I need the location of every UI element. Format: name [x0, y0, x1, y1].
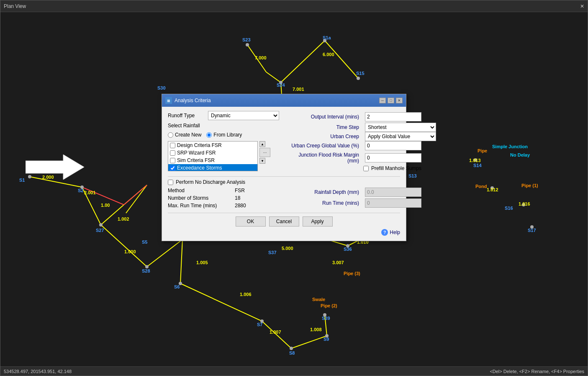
svg-line-13: [266, 72, 281, 82]
help-link[interactable]: ? Help: [381, 229, 400, 236]
rainfall-list-item-4[interactable]: Exceedance Storms: [168, 164, 257, 171]
rainfall-list-item-2[interactable]: SRP Wizard FSR: [168, 149, 257, 157]
node-s36: S36: [344, 247, 352, 252]
num-storms-value: 18: [235, 195, 240, 201]
node-s5: S5: [142, 240, 147, 245]
title-close[interactable]: ✕: [580, 3, 584, 9]
label-pipe: Pipe: [478, 148, 487, 153]
node-s15: S15: [356, 71, 365, 76]
rainfall-list: Design Criteria FSR SRP Wizard FSR Sim C…: [168, 141, 258, 171]
node-s14: S14: [473, 163, 482, 168]
junction-flood-input[interactable]: [365, 153, 421, 162]
no-discharge-check[interactable]: [168, 180, 173, 185]
pointer-arrow: [26, 155, 84, 180]
rainfall-list-item-3[interactable]: Sim Criteria FSR: [168, 157, 257, 164]
from-library-radio-label[interactable]: From Library: [206, 132, 242, 138]
pipe-1016: 1.016: [519, 201, 530, 206]
dialog-close-btn[interactable]: ✕: [396, 98, 403, 103]
rainfall-check-1[interactable]: [170, 143, 175, 148]
pipe-1012: 1.012: [487, 187, 498, 192]
node-s39: S39: [322, 316, 330, 321]
svg-point-32: [246, 43, 249, 46]
rainfall-check-4[interactable]: [170, 165, 175, 171]
urban-creep-label: Urban Creep: [289, 134, 362, 139]
ok-button[interactable]: OK: [236, 216, 266, 227]
apply-button[interactable]: Apply: [303, 216, 333, 227]
pipe-1006: 1.006: [240, 292, 252, 297]
rainfall-check-3[interactable]: [170, 158, 175, 163]
node-s6: S6: [174, 284, 180, 289]
node-s28: S28: [142, 268, 150, 273]
svg-point-24: [99, 223, 103, 227]
pipe-5000: 5.000: [282, 246, 293, 251]
output-interval-label: Output Interval (mins): [289, 114, 362, 120]
time-step-select[interactable]: Shortest Fixed Variable: [365, 123, 436, 132]
pipe-1000: 1.000: [124, 249, 136, 254]
node-s2: S2: [78, 188, 83, 193]
coordinates-display: 534528.497, 201543.951, 42.148: [4, 369, 72, 374]
node-s17: S17: [528, 228, 536, 233]
window-title: Plan View: [4, 3, 26, 9]
shortcuts-display: <Del> Delete, <F2> Rename, <F4> Properti…: [490, 369, 584, 374]
label-swale: Swale: [312, 297, 325, 302]
pipe-1005: 1.005: [196, 260, 208, 265]
cancel-button[interactable]: Cancel: [269, 216, 299, 227]
rainfall-depth-input: [365, 188, 421, 197]
pipe-1002: 1.002: [118, 216, 129, 221]
rainfall-list-item-1[interactable]: Design Criteria FSR: [168, 142, 257, 149]
pipe-6000: 6.000: [323, 52, 334, 57]
pipe-7000: 7.000: [255, 55, 267, 60]
pipe-7001: 7.001: [293, 87, 304, 92]
svg-line-4: [126, 185, 147, 213]
node-s9: S9: [324, 337, 329, 342]
runoff-type-select[interactable]: Dynamic Rational SWMM: [208, 111, 279, 120]
pipe-3007: 3.007: [332, 260, 344, 265]
label-simple-junction: Simple Junction: [492, 144, 528, 149]
dialog-minimize-btn[interactable]: ─: [379, 98, 386, 103]
pipe-2001: 2.001: [84, 190, 96, 195]
label-pipe2: Pipe (2): [321, 303, 337, 308]
create-new-radio[interactable]: [168, 132, 173, 138]
urban-creep-global-input[interactable]: [365, 141, 421, 150]
app-window: Plan View ✕: [0, 0, 588, 376]
svg-point-35: [357, 77, 360, 80]
analysis-criteria-dialog[interactable]: ▦ Analysis Criteria ─ □ ✕ Runoff T: [162, 94, 406, 241]
node-s23: S23: [242, 37, 251, 42]
urban-creep-select[interactable]: Apply Global Value None Custom: [365, 132, 436, 141]
svg-line-15: [325, 41, 358, 78]
from-library-radio[interactable]: [206, 132, 212, 138]
node-s24: S24: [277, 82, 285, 88]
dialog-content: Runoff Type Dynamic Rational SWMM Output…: [162, 107, 406, 241]
node-s8: S8: [289, 350, 295, 355]
label-no-delay: No Delay: [510, 152, 530, 157]
dialog-titlebar: ▦ Analysis Criteria ─ □ ✕: [162, 94, 406, 107]
runoff-type-label: Runoff Type: [168, 113, 205, 118]
dialog-maximize-btn[interactable]: □: [388, 98, 394, 103]
urban-creep-global-label: Urban Creep Global Value (%): [289, 143, 362, 149]
prefill-manhole-label: Prefill Manhole Sumps: [371, 165, 421, 171]
browse-btn[interactable]: ···: [259, 148, 270, 157]
max-run-time-value: 2880: [235, 203, 246, 209]
svg-line-21: [124, 185, 147, 205]
prefill-manhole-check[interactable]: [363, 166, 369, 171]
status-bar: 534528.497, 201543.951, 42.148 <Del> Del…: [0, 366, 588, 376]
node-s37: S37: [268, 250, 277, 255]
list-scroll-up[interactable]: ▲: [259, 141, 265, 147]
junction-flood-label: Junction Flood Risk Margin (mm): [289, 152, 362, 164]
output-interval-input[interactable]: 2: [365, 112, 421, 121]
dialog-icon: ▦: [165, 97, 172, 104]
pipe-1007: 1.007: [270, 330, 281, 335]
rainfall-check-2[interactable]: [170, 150, 175, 156]
pipe-1008: 1.008: [310, 327, 322, 332]
dialog-title: Analysis Criteria: [175, 98, 211, 103]
create-new-radio-label[interactable]: Create New: [168, 132, 201, 138]
svg-line-7: [180, 240, 182, 283]
pipe-100: 1.00: [101, 203, 110, 208]
run-time-label: Run Time (mins): [289, 200, 362, 206]
node-s16: S16: [505, 206, 513, 211]
canvas-area: S1 S2 S27 S28 S5 S6 S7 S8 S37 S38 S36 S3…: [0, 12, 588, 366]
list-scroll-down[interactable]: ▼: [259, 158, 265, 164]
svg-line-9: [262, 321, 291, 348]
svg-line-5: [101, 225, 147, 267]
svg-line-2: [101, 205, 124, 225]
